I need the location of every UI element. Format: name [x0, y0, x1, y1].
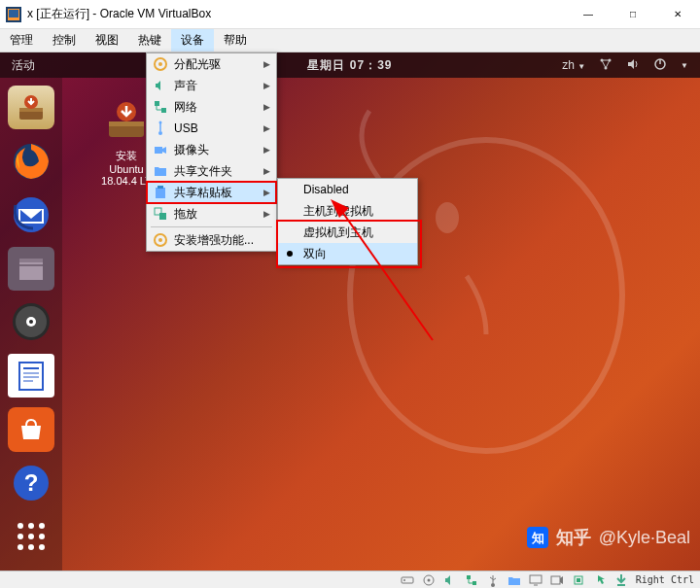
audio-icon: [153, 78, 168, 93]
window-titlebar: x [正在运行] - Oracle VM VirtualBox — □ ✕: [0, 0, 700, 29]
status-hostkey-icon[interactable]: [614, 573, 628, 587]
svg-rect-58: [530, 575, 542, 583]
status-shared-folder-icon[interactable]: [508, 573, 521, 587]
virtualbox-icon: [6, 7, 21, 22]
clipboard-icon: [153, 185, 168, 200]
system-tray[interactable]: zh ▼ ▼: [562, 57, 688, 74]
svg-point-47: [158, 238, 162, 242]
disc-icon: [153, 56, 168, 72]
status-display-icon[interactable]: [529, 573, 542, 587]
volume-icon[interactable]: [626, 57, 640, 74]
usb-icon: [153, 121, 168, 136]
menu-视图[interactable]: 视图: [86, 29, 128, 52]
svg-point-38: [158, 131, 162, 135]
dock-app-firefox[interactable]: [8, 139, 54, 183]
submenu-arrow-icon: ▶: [263, 188, 270, 197]
status-usb-icon[interactable]: [486, 573, 500, 587]
svg-rect-54: [467, 575, 471, 579]
guest-desktop: 活动 星期日 07：39 zh ▼ ▼: [0, 52, 700, 571]
menu-separator: [151, 226, 272, 227]
show-applications-button[interactable]: [8, 515, 54, 559]
submenu-item-Disabled[interactable]: Disabled: [278, 179, 417, 200]
submenu-arrow-icon: ▶: [263, 123, 270, 133]
dock-app-install[interactable]: [8, 86, 54, 129]
window-title: x [正在运行] - Oracle VM VirtualBox: [27, 6, 566, 22]
submenu-arrow-icon: ▶: [263, 59, 270, 69]
svg-point-53: [427, 578, 430, 581]
dock-app-writer[interactable]: [8, 354, 54, 398]
ubuntu-topbar: 活动 星期日 07：39 zh ▼ ▼: [0, 52, 700, 78]
svg-rect-22: [19, 363, 43, 390]
submenu-arrow-icon: ▶: [263, 209, 270, 219]
dock-app-help[interactable]: ?: [8, 462, 54, 505]
menu-item-声音[interactable]: 声音▶: [147, 75, 276, 96]
submenu-item-虚拟机到主机[interactable]: 虚拟机到主机: [278, 222, 417, 243]
menu-item-网络[interactable]: 网络▶: [147, 96, 276, 118]
submenu-item-双向[interactable]: 双向: [278, 243, 417, 264]
menu-管理[interactable]: 管理: [0, 29, 43, 52]
system-menu-chevron-icon[interactable]: ▼: [681, 61, 688, 70]
minimize-button[interactable]: —: [566, 0, 611, 29]
dock-app-software[interactable]: [8, 407, 54, 451]
svg-rect-43: [158, 186, 163, 189]
svg-rect-42: [156, 188, 165, 198]
ime-indicator[interactable]: zh ▼: [562, 58, 585, 72]
menu-item-USB[interactable]: USB▶: [147, 118, 276, 139]
svg-point-21: [29, 320, 33, 324]
submenu-arrow-icon: ▶: [263, 145, 270, 155]
dock-app-thunderbird[interactable]: [8, 192, 54, 236]
disc2-icon: [153, 232, 168, 248]
status-network-icon[interactable]: [465, 573, 478, 587]
drag-icon: [153, 206, 168, 222]
status-processor-icon[interactable]: [572, 573, 585, 587]
status-recording-icon[interactable]: [550, 573, 564, 587]
shared-clipboard-submenu: Disabled主机到虚拟机虚拟机到主机双向: [277, 178, 418, 265]
virtualbox-menubar: 管理控制视图热键设备帮助: [0, 29, 700, 52]
network-icon: [153, 99, 168, 115]
svg-rect-62: [577, 578, 580, 582]
clock[interactable]: 星期日 07：39: [307, 57, 392, 74]
svg-rect-50: [402, 577, 413, 583]
submenu-arrow-icon: ▶: [263, 166, 270, 176]
watermark: 知 知乎 @Kyle·Beal: [527, 526, 690, 549]
svg-point-40: [159, 121, 162, 124]
power-icon[interactable]: [653, 57, 667, 74]
menu-设备[interactable]: 设备: [171, 29, 214, 52]
svg-rect-41: [155, 147, 162, 154]
status-optical-icon[interactable]: [422, 573, 436, 587]
svg-point-56: [491, 583, 495, 587]
radio-dot-icon: [287, 251, 293, 257]
maximize-button[interactable]: □: [611, 0, 655, 29]
menu-控制[interactable]: 控制: [43, 29, 86, 52]
menu-item-共享粘贴板[interactable]: 共享粘贴板▶: [147, 182, 276, 203]
svg-rect-55: [472, 581, 476, 585]
menu-item-安装增强功能...[interactable]: 安装增强功能...: [147, 229, 276, 251]
menu-item-共享文件夹[interactable]: 共享文件夹▶: [147, 160, 276, 182]
dock-app-rhythmbox[interactable]: [8, 300, 54, 344]
status-audio-icon[interactable]: [443, 573, 457, 587]
watermark-site: 知乎: [556, 526, 591, 549]
status-mouse-icon[interactable]: [593, 573, 607, 587]
devices-dropdown-menu: 分配光驱▶声音▶网络▶USB▶摄像头▶共享文件夹▶共享粘贴板▶拖放▶安装增强功能…: [146, 52, 277, 252]
svg-point-51: [403, 579, 405, 581]
activities-button[interactable]: 活动: [12, 57, 35, 74]
camera-icon: [153, 142, 168, 157]
submenu-item-主机到虚拟机[interactable]: 主机到虚拟机: [278, 200, 417, 222]
menu-item-拖放[interactable]: 拖放▶: [147, 203, 276, 225]
status-harddisk-icon[interactable]: [401, 573, 414, 587]
submenu-arrow-icon: ▶: [263, 102, 270, 112]
svg-point-35: [158, 62, 162, 66]
network-icon[interactable]: [599, 57, 612, 74]
dock-app-files[interactable]: [8, 247, 54, 291]
ubuntu-dock: ?: [0, 78, 62, 571]
close-button[interactable]: ✕: [655, 0, 700, 29]
menu-帮助[interactable]: 帮助: [214, 29, 257, 52]
host-key-label: Right Ctrl: [636, 574, 694, 585]
svg-rect-45: [159, 213, 166, 220]
menu-热键[interactable]: 热键: [128, 29, 171, 52]
menu-item-摄像头[interactable]: 摄像头▶: [147, 139, 276, 160]
svg-text:知: 知: [530, 531, 543, 545]
menu-item-分配光驱[interactable]: 分配光驱▶: [147, 53, 276, 75]
svg-rect-2: [9, 10, 18, 17]
svg-rect-36: [155, 101, 159, 106]
